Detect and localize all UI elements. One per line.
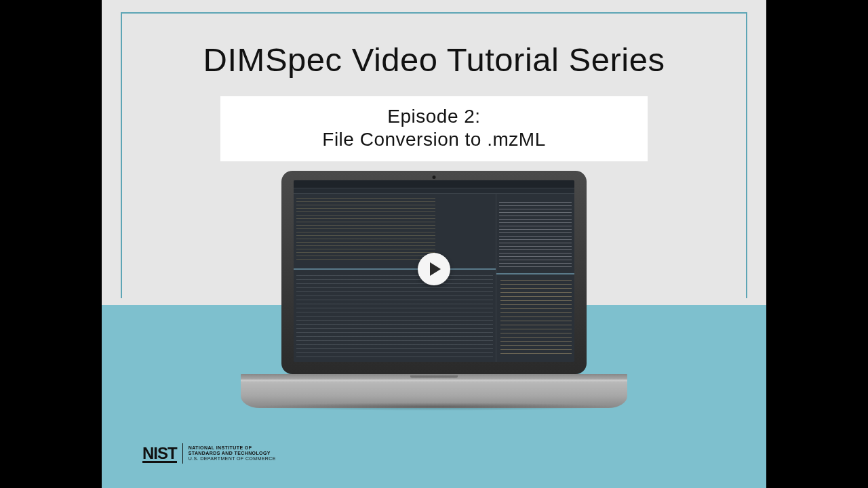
laptop-graphic <box>241 171 627 408</box>
ide-files-pane <box>496 274 574 362</box>
laptop-hinge <box>241 374 627 380</box>
right-pillarbox <box>766 0 868 488</box>
laptop-camera-dot <box>433 176 436 179</box>
ide-source-pane <box>294 194 496 270</box>
laptop-base <box>241 380 627 408</box>
episode-title: File Conversion to .mzML <box>234 129 634 150</box>
ide-console-pane <box>294 270 496 362</box>
video-frame: DIMSpec Video Tutorial Series Episode 2:… <box>0 0 868 488</box>
ide-menu-bar <box>294 180 574 188</box>
play-button[interactable] <box>418 253 450 285</box>
nist-line-2: STANDARDS AND TECHNOLOGY <box>189 451 276 456</box>
nist-line-1: NATIONAL INSTITUTE OF <box>189 445 276 451</box>
ide-toolbar <box>294 188 574 194</box>
nist-wordmark: NIST <box>142 444 177 463</box>
nist-logo: NIST NATIONAL INSTITUTE OF STANDARDS AND… <box>142 443 276 464</box>
laptop-bezel <box>281 171 587 374</box>
ide-left-panes <box>294 194 496 362</box>
nist-tagline: NATIONAL INSTITUTE OF STANDARDS AND TECH… <box>189 445 276 462</box>
ide-right-panes <box>496 194 574 362</box>
laptop-screen <box>294 180 574 362</box>
episode-number: Episode 2: <box>234 106 634 127</box>
series-title: DIMSpec Video Tutorial Series <box>102 41 766 79</box>
left-pillarbox <box>0 0 102 488</box>
nist-line-3: U.S. DEPARTMENT OF COMMERCE <box>189 456 276 462</box>
episode-card: Episode 2: File Conversion to .mzML <box>220 96 648 161</box>
play-icon <box>430 262 441 276</box>
slide-content: DIMSpec Video Tutorial Series Episode 2:… <box>102 0 766 488</box>
ide-environment-pane <box>496 194 574 274</box>
logo-divider <box>182 443 183 464</box>
